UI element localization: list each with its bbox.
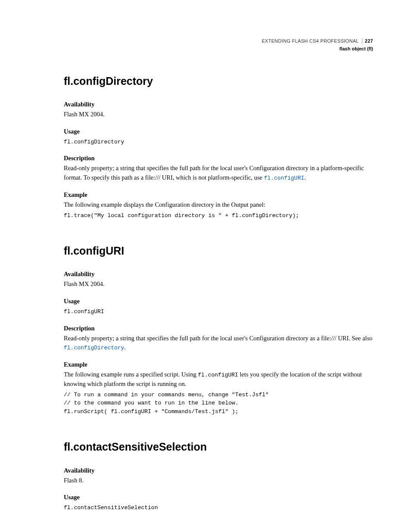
link-configuri[interactable]: fl.configURI [264,175,305,181]
page-container: EXTENDING FLASH CS4 PROFESSIONAL 227 fla… [0,0,411,532]
section-title: fl.configURI [64,243,373,258]
availability-text: Flash MX 2004. [64,110,373,119]
link-configdirectory[interactable]: fl.configDirectory [64,345,124,351]
availability-label: Availability [64,100,373,109]
example-text-before: The following example runs a specified s… [64,371,198,378]
usage-label: Usage [64,493,373,502]
example-code: // To run a command in your commands men… [64,391,373,416]
availability-label: Availability [64,270,373,279]
section-configdirectory: fl.configDirectory Availability Flash MX… [64,73,373,220]
header-book-title: EXTENDING FLASH CS4 PROFESSIONAL [262,38,358,44]
example-block: Example The following example displays t… [64,190,373,220]
section-title: fl.configDirectory [64,73,373,89]
usage-block: Usage fl.configDirectory [64,127,373,146]
description-text-before: Read-only property; a string that specif… [64,335,373,342]
availability-text: Flash MX 2004. [64,280,373,289]
section-title: fl.contactSensitiveSelection [64,439,373,454]
section-configuri: fl.configURI Availability Flash MX 2004.… [64,243,373,416]
availability-block: Availability Flash MX 2004. [64,100,373,119]
description-text: Read-only property; a string that specif… [64,334,373,353]
usage-code: fl.configURI [64,308,373,316]
header-page-number: 227 [362,38,373,44]
example-text: The following example runs a specified s… [64,370,373,389]
description-label: Description [64,324,373,333]
usage-block: Usage fl.contactSensitiveSelection [64,493,373,512]
usage-code: fl.configDirectory [64,138,373,146]
availability-label: Availability [64,466,373,475]
description-block: Description Read-only property; a string… [64,154,373,183]
page-header: EXTENDING FLASH CS4 PROFESSIONAL 227 fla… [64,38,373,53]
example-block: Example The following example runs a spe… [64,360,373,416]
description-text-after: . [124,344,126,351]
usage-code: fl.contactSensitiveSelection [64,504,373,512]
usage-label: Usage [64,297,373,306]
example-label: Example [64,360,373,369]
header-book-line: EXTENDING FLASH CS4 PROFESSIONAL 227 [64,38,373,45]
availability-text: Flash 8. [64,476,373,485]
usage-label: Usage [64,127,373,136]
example-text: The following example displays the Confi… [64,200,373,210]
description-label: Description [64,154,373,163]
description-text-after: . [304,174,306,181]
description-block: Description Read-only property; a string… [64,324,373,353]
example-label: Example [64,190,373,199]
availability-block: Availability Flash 8. [64,466,373,485]
description-text-before: Read-only property; a string that specif… [64,165,364,181]
usage-block: Usage fl.configURI [64,297,373,316]
availability-block: Availability Flash MX 2004. [64,270,373,289]
example-inline-code: fl.configURI [198,372,238,378]
example-code: fl.trace("My local configuration directo… [64,212,373,220]
section-contactsensitiveselection: fl.contactSensitiveSelection Availabilit… [64,439,373,512]
header-chapter: flash object (fl) [64,46,373,53]
description-text: Read-only property; a string that specif… [64,164,373,183]
